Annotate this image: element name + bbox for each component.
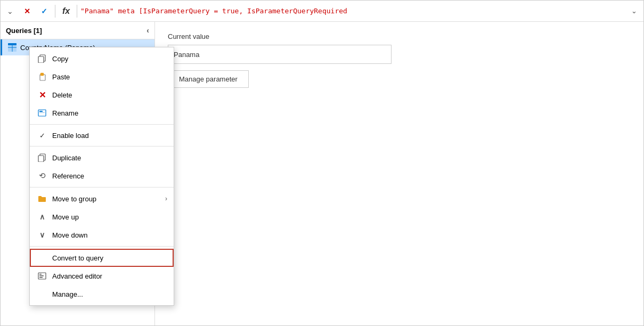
svg-rect-1 [8, 43, 17, 45]
rename-label: Rename [52, 109, 167, 117]
paste-label: Paste [52, 73, 167, 81]
separator-4 [30, 246, 174, 247]
enable-load-label: Enable load [52, 132, 167, 140]
formula-bar: ⌄ ✕ ✓ fx "Panama" meta [IsParameterQuery… [1, 1, 643, 22]
moveup-icon: ∧ [36, 211, 48, 223]
formula-confirm-btn[interactable]: ✓ [37, 4, 52, 19]
check-icon: ✓ [36, 132, 48, 140]
context-menu: Copy Paste ✕ Delete [29, 47, 174, 306]
convert-icon [36, 252, 48, 264]
delete-label: Delete [52, 91, 167, 99]
rename-icon [36, 107, 48, 119]
paste-icon [36, 71, 48, 83]
menu-item-advanced-editor[interactable]: Advanced editor [30, 267, 174, 285]
formula-divider2 [77, 5, 77, 18]
move-down-label: Move down [52, 231, 167, 239]
formula-text: "Panama" meta [IsParameterQuery = true, … [80, 7, 624, 15]
menu-item-reference[interactable]: ⟲ Reference [30, 167, 174, 185]
manage-parameter-button[interactable]: Manage parameter [168, 70, 249, 88]
svg-rect-10 [39, 112, 45, 113]
delete-icon: ✕ [36, 89, 48, 101]
current-value-input[interactable] [168, 45, 392, 64]
expand-icon: ⌄ [631, 7, 637, 15]
current-value-label: Current value [168, 32, 631, 40]
sidebar-header: Queries [1] ‹ [1, 22, 154, 39]
separator-3 [30, 187, 174, 188]
sidebar-title: Queries [1] [6, 27, 42, 35]
duplicate-icon [36, 152, 48, 164]
formula-divider [55, 5, 55, 18]
svg-rect-7 [40, 73, 44, 76]
sidebar-collapse-btn[interactable]: ‹ [146, 26, 149, 35]
convert-to-query-label: Convert to query [52, 254, 167, 262]
movedown-icon: ∨ [36, 229, 48, 241]
reference-icon: ⟲ [36, 170, 48, 182]
svg-rect-9 [39, 111, 43, 112]
menu-item-rename[interactable]: Rename [30, 104, 174, 122]
menu-item-manage[interactable]: Manage... [30, 285, 174, 303]
menu-item-move-up[interactable]: ∧ Move up [30, 208, 174, 226]
advanced-editor-icon [36, 270, 48, 282]
move-up-label: Move up [52, 213, 167, 221]
svg-rect-5 [38, 56, 44, 63]
reference-label: Reference [52, 172, 167, 180]
query-table-icon [7, 43, 17, 52]
manage-label: Manage... [52, 290, 167, 298]
submenu-arrow-icon: › [165, 195, 167, 202]
fx-button[interactable]: fx [59, 4, 74, 19]
separator-2 [30, 146, 174, 146]
svg-rect-15 [39, 275, 44, 276]
menu-item-move-to-group[interactable]: Move to group › [30, 190, 174, 208]
copy-icon [36, 53, 48, 64]
formula-cancel-btn[interactable]: ✕ [20, 4, 35, 19]
confirm-icon: ✓ [41, 7, 47, 15]
menu-item-duplicate[interactable]: Duplicate [30, 149, 174, 167]
svg-rect-12 [38, 156, 44, 162]
svg-rect-14 [39, 274, 42, 275]
chevron-down-icon: ⌄ [7, 7, 13, 15]
folder-icon [36, 193, 48, 205]
manage-icon [36, 288, 48, 300]
cancel-icon: ✕ [24, 7, 30, 15]
right-panel: Current value Manage parameter [155, 22, 643, 325]
menu-item-enable-load[interactable]: ✓ Enable load [30, 127, 174, 144]
main-content: Queries [1] ‹ CountryName (Panama) [1, 22, 643, 325]
menu-item-copy[interactable]: Copy [30, 50, 174, 68]
menu-item-move-down[interactable]: ∨ Move down [30, 226, 174, 244]
move-to-group-label: Move to group [52, 195, 165, 203]
svg-rect-16 [39, 277, 43, 278]
menu-item-paste[interactable]: Paste [30, 68, 174, 86]
separator-1 [30, 124, 174, 125]
advanced-editor-label: Advanced editor [52, 272, 167, 280]
copy-label: Copy [52, 55, 167, 63]
menu-item-delete[interactable]: ✕ Delete [30, 86, 174, 104]
menu-item-convert-to-query[interactable]: Convert to query [30, 249, 174, 267]
formula-expand-btn[interactable]: ⌄ [626, 4, 641, 19]
fx-icon: fx [62, 6, 70, 16]
duplicate-label: Duplicate [52, 154, 167, 162]
formula-chevron-btn[interactable]: ⌄ [3, 4, 18, 19]
